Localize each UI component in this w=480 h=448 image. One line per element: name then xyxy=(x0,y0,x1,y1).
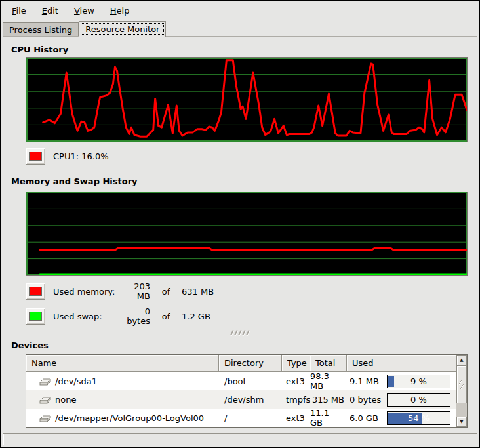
device-directory: / xyxy=(219,409,282,427)
header-name[interactable]: Name xyxy=(26,355,219,372)
device-name: none xyxy=(55,395,76,405)
swap-color-button[interactable] xyxy=(26,308,45,325)
cpu-legend-label: CPU1: 16.0% xyxy=(53,152,109,161)
paned-resize-grip[interactable] xyxy=(3,330,477,335)
header-used[interactable]: Used xyxy=(347,355,456,372)
cpu-history-title: CPU History xyxy=(11,45,477,54)
memory-total-value: 631 MB xyxy=(182,287,214,296)
tab-resource-monitor[interactable]: Resource Monitor xyxy=(79,21,166,37)
swap-total-value: 1.2 GB xyxy=(182,312,210,321)
device-directory: /dev/shm xyxy=(219,390,282,409)
used-percent-progressbar: 0 % xyxy=(387,393,450,407)
cpu-history-graph xyxy=(26,57,468,142)
swap-used-value: 0 bytes xyxy=(119,306,150,326)
memory-swap-graph xyxy=(26,192,468,276)
menu-view[interactable]: View xyxy=(66,1,102,20)
menubar: File Edit View Help xyxy=(1,1,479,20)
device-type: ext3 xyxy=(282,409,310,427)
device-used: 0 bytes xyxy=(350,395,384,405)
devices-vertical-scrollbar[interactable]: ▲ ▼ xyxy=(456,355,467,427)
device-total: 315 MB xyxy=(310,390,347,409)
memory-of-label: of xyxy=(158,287,174,296)
menu-file[interactable]: File xyxy=(4,1,34,20)
used-percent-progressbar: 9 % xyxy=(387,375,450,388)
cpu-color-button[interactable] xyxy=(26,148,45,165)
device-directory: /boot xyxy=(219,372,282,390)
device-total: 11.1 GB xyxy=(310,409,347,427)
swap-legend-label: Used swap: xyxy=(53,312,119,321)
menu-edit[interactable]: Edit xyxy=(34,1,66,20)
device-row[interactable]: none /dev/shm tmpfs 315 MB 0 bytes 0 % xyxy=(26,390,456,409)
scrollbar-down-button[interactable]: ▼ xyxy=(456,417,467,427)
cpu-color-chip xyxy=(29,152,42,161)
swap-color-chip xyxy=(29,312,42,321)
header-total[interactable]: Total xyxy=(310,355,347,372)
statusbar xyxy=(3,433,477,445)
devices-header-row: Name Directory Type Total Used xyxy=(26,355,456,372)
down-arrow-icon: ▼ xyxy=(460,420,463,424)
memory-color-chip xyxy=(29,287,42,296)
up-arrow-icon: ▲ xyxy=(460,358,463,363)
harddisk-icon xyxy=(39,414,51,422)
resource-monitor-panel: CPU History CPU1: 16.0% Memory and Swap … xyxy=(3,36,477,430)
menu-help[interactable]: Help xyxy=(102,1,138,20)
header-directory[interactable]: Directory xyxy=(219,355,282,372)
device-row[interactable]: /dev/sda1 /boot ext3 98.3 MB 9.1 MB 9 % xyxy=(26,372,456,390)
devices-title: Devices xyxy=(11,340,477,350)
scrollbar-up-button[interactable]: ▲ xyxy=(456,355,467,365)
system-monitor-window: File Edit View Help Process Listing Reso… xyxy=(0,0,480,448)
device-type: tmpfs xyxy=(282,390,310,409)
swap-of-label: of xyxy=(158,312,174,321)
device-row[interactable]: /dev/mapper/VolGroup00-LogVol00 / ext3 1… xyxy=(26,409,456,427)
memory-legend-label: Used memory: xyxy=(53,287,119,296)
memory-swap-title: Memory and Swap History xyxy=(11,176,477,186)
memory-usage-line xyxy=(40,248,467,250)
device-name: /dev/mapper/VolGroup00-LogVol00 xyxy=(55,413,204,423)
memory-legend: Used memory: 203 MB of 631 MB xyxy=(26,281,477,301)
device-used: 9.1 MB xyxy=(350,377,384,386)
tab-process-listing[interactable]: Process Listing xyxy=(3,22,79,36)
swap-legend: Used swap: 0 bytes of 1.2 GB xyxy=(26,306,477,326)
notebook-tabs: Process Listing Resource Monitor xyxy=(1,20,479,36)
harddisk-icon xyxy=(39,377,51,386)
harddisk-icon xyxy=(39,396,51,404)
progressbar-label: 54 % xyxy=(388,412,450,424)
progressbar-label: 0 % xyxy=(388,394,450,406)
scrollbar-thumb[interactable] xyxy=(456,365,467,403)
device-name: /dev/sda1 xyxy=(55,377,97,386)
device-total: 98.3 MB xyxy=(310,372,347,390)
devices-treeview: Name Directory Type Total Used /dev/sd xyxy=(26,355,456,427)
progressbar-label: 9 % xyxy=(388,375,450,388)
used-percent-progressbar: 54 % xyxy=(387,411,450,425)
device-used: 6.0 GB xyxy=(350,413,384,423)
cpu-legend: CPU1: 16.0% xyxy=(26,148,477,165)
scrollbar-trough[interactable] xyxy=(456,403,467,417)
memory-color-button[interactable] xyxy=(26,283,45,300)
devices-table: Name Directory Type Total Used /dev/sd xyxy=(26,354,468,428)
device-type: ext3 xyxy=(282,372,310,390)
memory-used-value: 203 MB xyxy=(119,281,150,301)
header-type[interactable]: Type xyxy=(282,355,310,372)
